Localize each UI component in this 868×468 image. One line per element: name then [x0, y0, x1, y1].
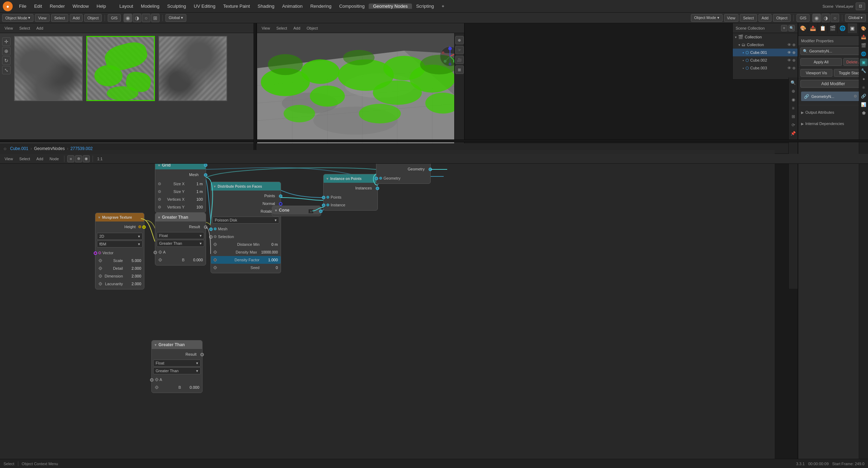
- modifier-geonodes[interactable]: 🔗 GeometryN... ⚙ ✕: [801, 92, 865, 101]
- outliner-filter-btn[interactable]: ≡: [781, 25, 787, 31]
- prop-tab-render[interactable]: 🎨: [798, 23, 808, 33]
- node-view-btn[interactable]: View: [2, 155, 15, 162]
- mode-dropdown[interactable]: Object Mode ▾: [2, 14, 33, 22]
- tree-cube003[interactable]: ▪ ⬡ Cube.003 👁 ⊕: [733, 64, 798, 72]
- material-mode-btn[interactable]: ◑: [133, 14, 141, 22]
- musgrave-dim-dropdown[interactable]: 2D▾: [97, 233, 143, 240]
- scale-tool[interactable]: ⤡: [2, 66, 11, 74]
- outliner-search-btn[interactable]: 🔍: [788, 25, 795, 31]
- node-snap-btn[interactable]: ⊕: [75, 155, 82, 162]
- select-menu-3d[interactable]: Select: [274, 25, 290, 32]
- side-physics-icon[interactable]: ⚛: [860, 84, 868, 92]
- ss-icon-4[interactable]: ≡: [789, 104, 797, 112]
- prop-tab-view-layer[interactable]: 📋: [818, 23, 828, 33]
- 3d-grid-tool[interactable]: ⊞: [455, 65, 464, 74]
- add-modifier-btn[interactable]: Add Modifier: [800, 80, 866, 88]
- ss-icon-1[interactable]: 🔍: [789, 79, 797, 87]
- tab-animation[interactable]: Animation: [279, 4, 306, 9]
- ss-icon-7[interactable]: 📌: [789, 130, 797, 137]
- global-transform-btn2[interactable]: Global ▾: [845, 14, 866, 22]
- ss-icon-6[interactable]: ⟳: [789, 121, 797, 129]
- add-btn[interactable]: Add: [70, 14, 83, 22]
- node-add-btn[interactable]: Add: [34, 155, 46, 162]
- render-thumbnail-3[interactable]: [158, 36, 227, 101]
- cursor-tool[interactable]: ✛: [2, 37, 11, 46]
- internal-dependencies-header[interactable]: ▶ Internal Dependencies: [801, 119, 865, 128]
- add-menu-btn[interactable]: Add: [34, 25, 46, 32]
- side-world-icon[interactable]: 🌐: [860, 50, 868, 58]
- menu-render[interactable]: Render: [46, 4, 68, 9]
- musgrave-type-dropdown[interactable]: fBM▾: [97, 241, 143, 248]
- tab-sculpting[interactable]: Sculpting: [164, 4, 189, 9]
- side-object-icon[interactable]: ▣: [860, 58, 868, 66]
- select-menu-btn[interactable]: Select: [17, 25, 33, 32]
- node-overlay-btn[interactable]: ◉: [83, 155, 90, 162]
- rendered-mode-btn2[interactable]: ○: [831, 14, 839, 22]
- rotate-tool[interactable]: ↻: [2, 56, 11, 65]
- prop-tab-output[interactable]: 📤: [808, 23, 818, 33]
- output-attributes-header[interactable]: ▶ Output Attributes: [801, 108, 865, 117]
- side-constraints-icon[interactable]: 🔗: [860, 92, 868, 100]
- prop-tab-world[interactable]: 🌐: [838, 23, 848, 33]
- render-thumbnail-1[interactable]: [14, 36, 83, 101]
- add-menu-3d[interactable]: Add: [291, 25, 303, 32]
- gt2-op-dropdown[interactable]: Greater Than▾: [153, 367, 201, 374]
- ss-icon-5[interactable]: ⊞: [789, 113, 797, 120]
- tab-shading[interactable]: Shading: [254, 4, 278, 9]
- object-menu-3d[interactable]: Object: [304, 25, 320, 32]
- gt2-type-dropdown[interactable]: Float▾: [153, 360, 201, 367]
- apply-all-btn[interactable]: Apply All: [800, 58, 842, 66]
- viewport-mode-dropdown[interactable]: Object Mode ▾: [691, 14, 722, 22]
- view-btn2[interactable]: View: [724, 14, 739, 22]
- gt1-type-dropdown[interactable]: Float▾: [157, 232, 204, 239]
- dist-mode-dropdown[interactable]: Poisson Disk▾: [212, 217, 279, 224]
- rendered-mode-btn[interactable]: ○: [142, 14, 150, 22]
- tab-rendering[interactable]: Rendering: [307, 4, 335, 9]
- ss-icon-2[interactable]: ⊕: [789, 87, 797, 95]
- tree-cube002[interactable]: ▪ ⬡ Cube.002 👁 ⊕: [733, 56, 798, 64]
- 3d-camera-tool[interactable]: 🎥: [455, 56, 464, 64]
- object-btn2[interactable]: Object: [773, 14, 791, 22]
- side-modifier-icon[interactable]: 🔧: [860, 67, 868, 75]
- ss-icon-3[interactable]: ◉: [789, 96, 797, 104]
- viewport-node-divider[interactable]: [0, 139, 868, 142]
- node-editor-canvas[interactable]: ▾ Grid Mesh Size X 1 m Size Y 1 m: [0, 150, 775, 460]
- solid-mode-btn[interactable]: ◉: [124, 14, 132, 22]
- side-render-icon[interactable]: 🎨: [860, 25, 868, 32]
- view-menu-3d[interactable]: View: [259, 25, 273, 32]
- render-thumbnail-2[interactable]: [86, 36, 155, 101]
- tree-cube001[interactable]: ▪ ⬡ Cube.001 👁 ⊕: [733, 49, 798, 56]
- prop-tab-scene[interactable]: 🎬: [828, 23, 838, 33]
- fullscreen-btn[interactable]: ⊡: [856, 2, 865, 10]
- view-btn[interactable]: View: [35, 14, 50, 22]
- node-filter-btn[interactable]: ≡: [67, 155, 74, 162]
- menu-window[interactable]: Window: [69, 4, 92, 9]
- material-mode-btn2[interactable]: ◑: [822, 14, 830, 22]
- 3d-cursor-tool[interactable]: ⊕: [455, 36, 464, 44]
- tab-new[interactable]: +: [438, 4, 448, 9]
- side-particles-icon[interactable]: ✦: [860, 75, 868, 83]
- prop-tab-object[interactable]: ▣: [848, 23, 857, 33]
- select-btn2[interactable]: Select: [740, 14, 757, 22]
- xray-mode-btn[interactable]: ⊞: [151, 14, 160, 22]
- gis-btn2[interactable]: GIS: [797, 14, 810, 22]
- gis-btn[interactable]: GIS: [108, 14, 121, 22]
- menu-edit[interactable]: Edit: [31, 4, 45, 9]
- add-btn2[interactable]: Add: [758, 14, 772, 22]
- gt1-op-dropdown[interactable]: Greater Than▾: [157, 240, 204, 247]
- tab-texture-paint[interactable]: Texture Paint: [220, 4, 254, 9]
- view-menu-btn[interactable]: View: [2, 25, 15, 32]
- node-select-btn[interactable]: Select: [17, 155, 33, 162]
- side-material-icon[interactable]: ⬟: [860, 109, 868, 117]
- tab-compositing[interactable]: Compositing: [336, 4, 368, 9]
- node-node-btn[interactable]: Node: [47, 155, 61, 162]
- tab-scripting[interactable]: Scripting: [413, 4, 438, 9]
- tab-modeling[interactable]: Modeling: [137, 4, 163, 9]
- 3d-grab-tool[interactable]: ☞: [455, 46, 464, 54]
- side-output-icon[interactable]: 📤: [860, 33, 868, 41]
- menu-help[interactable]: Help: [93, 4, 110, 9]
- select-btn[interactable]: Select: [51, 14, 68, 22]
- modifier-search[interactable]: GeometryN...: [809, 49, 863, 53]
- tab-uv-editing[interactable]: UV Editing: [190, 4, 219, 9]
- side-data-icon[interactable]: 📊: [860, 101, 868, 108]
